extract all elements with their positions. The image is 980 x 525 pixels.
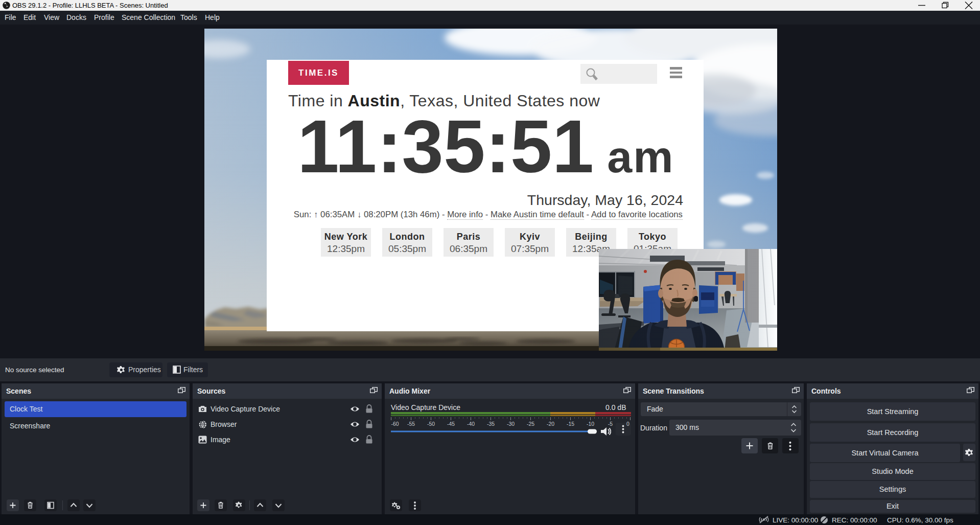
- svg-text:-45: -45: [447, 421, 455, 427]
- svg-text:-15: -15: [567, 421, 574, 427]
- svg-text:-10: -10: [587, 421, 594, 427]
- svg-text:-55: -55: [407, 421, 415, 427]
- svg-text:-35: -35: [487, 421, 495, 427]
- svg-text:-20: -20: [547, 421, 554, 427]
- svg-text:-5: -5: [608, 421, 613, 427]
- svg-text:-60: -60: [391, 421, 399, 427]
- svg-text:-40: -40: [467, 421, 475, 427]
- svg-text:-30: -30: [507, 421, 515, 427]
- svg-text:-25: -25: [527, 421, 534, 427]
- svg-text:-50: -50: [427, 421, 435, 427]
- svg-text:0: 0: [626, 421, 629, 427]
